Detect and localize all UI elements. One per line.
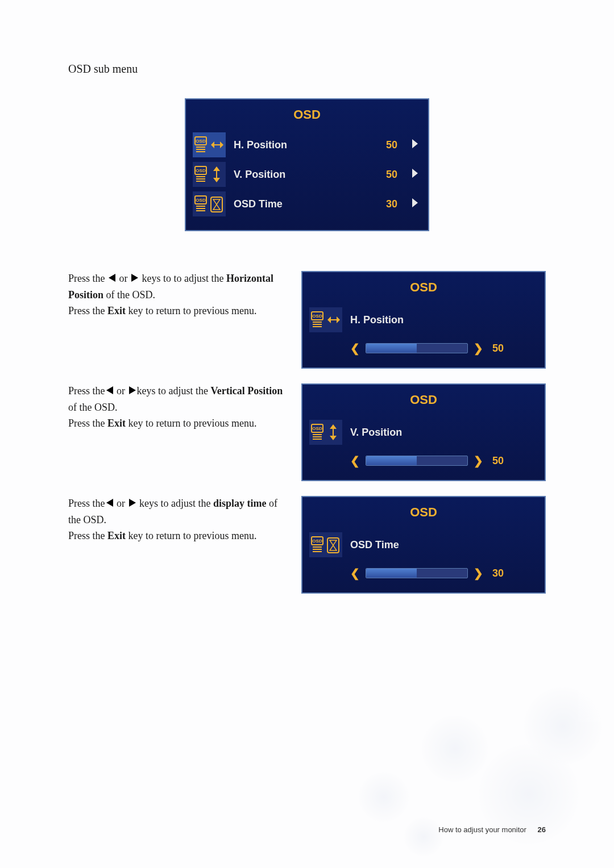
svg-text:OSD: OSD — [196, 139, 206, 144]
osd-menu-row[interactable]: OSD V. Position 50 — [186, 160, 428, 189]
svg-marker-36 — [129, 386, 136, 394]
slider-track[interactable] — [366, 456, 468, 466]
left-arrow-icon — [105, 496, 114, 512]
footer-text: How to adjust your monitor — [438, 825, 526, 834]
page-number: 26 — [538, 825, 546, 834]
svg-marker-17 — [412, 169, 418, 178]
osd-main-title: OSD — [186, 99, 428, 130]
slider-fill — [366, 456, 417, 465]
osd-detail-icon: OSD — [309, 307, 342, 332]
osd-detail-label: H. Position — [350, 314, 534, 326]
slider-track[interactable] — [366, 568, 468, 578]
chevron-right-icon — [412, 198, 418, 210]
instruction-row: Press the or keys to adjust the Vertical… — [68, 383, 546, 481]
osd-row-label: OSD Time — [234, 198, 378, 210]
osd-detail-panel: OSD OSD V. Position ❮ ❯ 50 — [301, 383, 546, 481]
osd-slider-row[interactable]: ❮ ❯ 30 — [302, 562, 545, 582]
instruction-text: Press the or keys to adjust the Vertical… — [68, 383, 284, 432]
instruction-row: Press the or keys to adjust the display … — [68, 496, 546, 594]
osd-row-icon: OSD — [193, 132, 226, 157]
svg-marker-6 — [220, 141, 223, 148]
svg-marker-14 — [213, 166, 220, 171]
osd-detail-row: OSD H. Position — [302, 303, 545, 337]
osd-detail-label: V. Position — [350, 427, 534, 439]
osd-detail-label: OSD Time — [350, 539, 534, 551]
svg-marker-32 — [327, 316, 331, 323]
osd-slider-row[interactable]: ❮ ❯ 50 — [302, 337, 545, 357]
slider-left-icon[interactable]: ❮ — [350, 454, 360, 468]
svg-marker-5 — [211, 141, 214, 148]
slider-fill — [366, 344, 417, 353]
osd-menu-row[interactable]: OSD OSD Time 30 — [186, 189, 428, 219]
osd-row-value: 50 — [386, 139, 397, 151]
svg-marker-26 — [131, 274, 138, 282]
svg-text:OSD: OSD — [196, 168, 206, 173]
osd-row-icon: OSD — [193, 162, 226, 187]
chevron-right-icon — [412, 139, 418, 151]
svg-marker-25 — [109, 274, 115, 282]
osd-detail-title: OSD — [302, 497, 545, 528]
left-arrow-icon — [105, 384, 114, 400]
slider-left-icon[interactable]: ❮ — [350, 566, 360, 580]
osd-slider-row[interactable]: ❮ ❯ 50 — [302, 449, 545, 470]
right-arrow-icon — [130, 272, 139, 287]
osd-detail-panel: OSD OSD OSD Time ❮ ❯ 30 — [301, 496, 546, 594]
slider-value: 50 — [492, 455, 504, 467]
osd-row-value: 30 — [386, 198, 397, 210]
right-arrow-icon — [128, 384, 137, 400]
instruction-text: Press the or keys to to adjust the Horiz… — [68, 271, 284, 319]
slider-right-icon[interactable]: ❯ — [474, 454, 483, 468]
slider-track[interactable] — [366, 343, 468, 353]
left-arrow-icon — [107, 272, 117, 287]
osd-row-label: H. Position — [234, 139, 378, 151]
svg-marker-33 — [337, 316, 340, 323]
svg-marker-43 — [330, 436, 337, 440]
svg-text:OSD: OSD — [312, 314, 322, 319]
svg-marker-46 — [129, 499, 136, 507]
instruction-text: Press the or keys to adjust the display … — [68, 496, 284, 544]
background-bokeh — [301, 669, 614, 868]
svg-marker-24 — [412, 198, 418, 207]
slider-left-icon[interactable]: ❮ — [350, 341, 360, 355]
svg-text:OSD: OSD — [196, 198, 206, 203]
svg-marker-45 — [106, 499, 113, 507]
osd-row-icon: OSD — [193, 191, 226, 216]
osd-menu-row[interactable]: OSD H. Position 50 — [186, 130, 428, 160]
osd-detail-row: OSD V. Position — [302, 415, 545, 449]
svg-text:OSD: OSD — [312, 539, 322, 544]
svg-marker-35 — [106, 386, 113, 394]
osd-row-label: V. Position — [234, 169, 378, 181]
osd-main-panel: OSD OSD H. Position 50 OSD V. Position 5… — [185, 98, 429, 231]
slider-value: 30 — [492, 567, 504, 579]
osd-detail-title: OSD — [302, 385, 545, 415]
osd-detail-icon: OSD — [309, 420, 342, 445]
chevron-right-icon — [412, 169, 418, 180]
osd-detail-panel: OSD OSD H. Position ❮ ❯ 50 — [301, 271, 546, 369]
svg-text:OSD: OSD — [312, 426, 322, 431]
slider-right-icon[interactable]: ❯ — [474, 341, 483, 355]
slider-fill — [366, 569, 417, 578]
page-footer: How to adjust your monitor 26 — [438, 825, 546, 834]
osd-detail-row: OSD OSD Time — [302, 528, 545, 562]
slider-right-icon[interactable]: ❯ — [474, 566, 483, 580]
svg-marker-8 — [412, 139, 418, 148]
right-arrow-icon — [128, 496, 137, 512]
svg-marker-42 — [330, 424, 337, 429]
instruction-row: Press the or keys to to adjust the Horiz… — [68, 271, 546, 369]
svg-marker-15 — [213, 178, 220, 182]
osd-row-value: 50 — [386, 169, 397, 181]
osd-detail-icon: OSD — [309, 532, 342, 557]
slider-value: 50 — [492, 343, 504, 354]
section-title: OSD sub menu — [68, 62, 546, 76]
osd-detail-title: OSD — [302, 272, 545, 303]
